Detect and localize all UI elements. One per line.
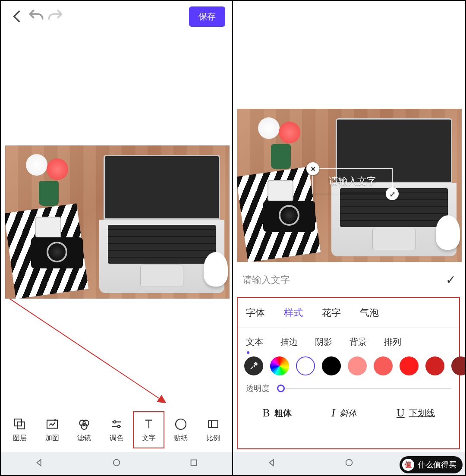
underline-button[interactable]: U 下划线	[397, 407, 435, 419]
underline-label: 下划线	[409, 407, 435, 419]
bold-label: 粗体	[274, 407, 292, 419]
resize-icon[interactable]: ⤢	[386, 187, 399, 200]
canvas[interactable]	[5, 145, 230, 299]
svg-point-11	[113, 460, 120, 466]
color-swatch-selected[interactable]	[296, 356, 315, 375]
text-style-panel: 字体 样式 花字 气泡 文本 描边 阴影 背景 排列	[237, 297, 460, 449]
tool-add-image[interactable]: 加图	[37, 411, 68, 448]
svg-point-6	[82, 423, 87, 429]
text-overlay[interactable]: 请输入文字 ✕ ⤢	[312, 168, 393, 194]
tool-label: 调色	[110, 434, 123, 443]
color-swatch-rainbow[interactable]	[270, 356, 289, 375]
photo-preview: 请输入文字 ✕ ⤢	[237, 109, 462, 262]
color-swatch[interactable]	[374, 356, 393, 375]
opacity-row: 透明度	[238, 379, 459, 397]
subtab-background[interactable]: 背景	[350, 336, 367, 348]
text-input-row: 请输入文字 ✓	[233, 265, 465, 295]
svg-point-13	[346, 460, 353, 466]
tool-label: 贴纸	[174, 434, 188, 443]
tool-text[interactable]: 文字	[133, 411, 164, 448]
opacity-label: 透明度	[246, 383, 269, 394]
nav-back-icon[interactable]	[267, 458, 277, 469]
italic-button[interactable]: I 斜体	[331, 407, 357, 419]
tool-ratio[interactable]: 比例	[197, 411, 229, 448]
tab-fancy[interactable]: 花字	[322, 306, 341, 319]
save-button[interactable]: 保存	[189, 6, 225, 27]
canvas[interactable]: 请输入文字 ✕ ⤢	[237, 109, 462, 262]
subtab-stroke[interactable]: 描边	[280, 336, 298, 348]
style-tabs: 字体 样式 花字 气泡	[238, 300, 459, 328]
tab-style[interactable]: 样式	[284, 306, 303, 319]
tab-bubble[interactable]: 气泡	[360, 306, 379, 319]
tab-font[interactable]: 字体	[246, 306, 265, 319]
tool-layers[interactable]: 图层	[4, 411, 36, 448]
photo-preview	[5, 145, 230, 299]
watermark-text: 什么值得买	[418, 460, 457, 470]
bold-button[interactable]: B 粗体	[262, 407, 291, 419]
underline-icon: U	[397, 407, 405, 419]
text-format-buttons: B 粗体 I 斜体 U 下划线	[238, 397, 459, 424]
tool-label: 滤镜	[77, 434, 91, 443]
subtab-shadow[interactable]: 阴影	[315, 336, 332, 348]
svg-line-0	[9, 299, 165, 402]
tool-label: 比例	[206, 434, 220, 443]
italic-icon: I	[331, 407, 335, 419]
tool-label: 加图	[45, 434, 59, 443]
style-subtabs: 文本 描边 阴影 背景 排列	[238, 328, 459, 350]
annotation-arrow	[9, 299, 173, 411]
svg-rect-2	[18, 422, 25, 429]
undo-button[interactable]	[27, 7, 46, 26]
color-swatch[interactable]	[451, 356, 466, 375]
color-swatches	[238, 350, 459, 379]
confirm-icon[interactable]: ✓	[446, 273, 456, 287]
watermark: 值 什么值得买	[400, 456, 463, 473]
svg-point-8	[118, 425, 120, 427]
bold-icon: B	[262, 407, 270, 419]
nav-home-icon[interactable]	[344, 458, 354, 469]
svg-rect-12	[191, 460, 196, 466]
close-icon[interactable]: ✕	[306, 162, 319, 175]
svg-point-7	[113, 421, 116, 423]
screenshot-right: 请输入文字 ✕ ⤢ 请输入文字 ✓ 字体 样式 花字 气泡 文本 描边 阴影 背…	[233, 1, 465, 475]
topbar: 保存	[1, 1, 232, 32]
back-button[interactable]	[8, 7, 27, 26]
subtab-arrange[interactable]: 排列	[384, 336, 401, 348]
opacity-slider[interactable]	[277, 384, 451, 393]
tool-label: 文字	[142, 434, 156, 443]
nav-home-icon[interactable]	[112, 458, 121, 469]
bottom-toolbar: 图层 加图 滤镜 调色 文字 贴纸	[1, 408, 232, 451]
color-swatch[interactable]	[425, 356, 444, 375]
svg-rect-10	[208, 421, 217, 428]
italic-label: 斜体	[340, 407, 357, 419]
nav-back-icon[interactable]	[35, 458, 44, 469]
text-overlay-label: 请输入文字	[329, 175, 376, 188]
tool-sticker[interactable]: 贴纸	[165, 411, 197, 448]
tool-adjust[interactable]: 调色	[101, 411, 132, 448]
svg-rect-1	[15, 419, 22, 426]
nav-recent-icon[interactable]	[189, 458, 198, 469]
color-swatch[interactable]	[322, 356, 341, 375]
color-swatch[interactable]	[400, 356, 419, 375]
android-navbar	[1, 452, 232, 475]
watermark-badge: 值	[402, 459, 414, 471]
swatch-indicator	[247, 351, 249, 354]
text-input[interactable]: 请输入文字	[242, 274, 290, 287]
subtab-text[interactable]: 文本	[246, 336, 263, 348]
color-swatch[interactable]	[348, 356, 367, 375]
redo-button[interactable]	[46, 7, 65, 26]
tool-label: 图层	[13, 434, 27, 443]
screenshot-left: 保存 图层 加图	[1, 1, 233, 475]
eyedropper-button[interactable]	[244, 356, 263, 375]
tool-filter[interactable]: 滤镜	[69, 411, 100, 448]
svg-point-5	[83, 420, 89, 426]
